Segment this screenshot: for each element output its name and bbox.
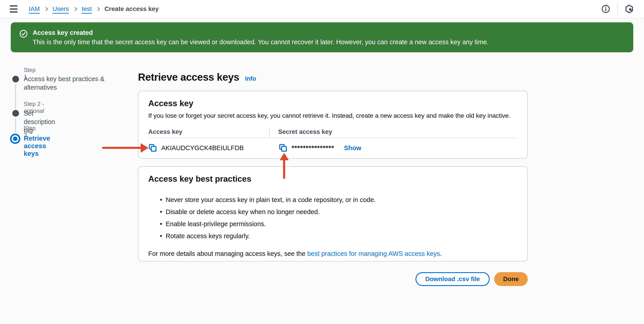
secret-key-column-header: Secret access key: [270, 127, 332, 138]
page-actions: Download .csv file Done: [138, 272, 528, 286]
step-connector: [15, 118, 16, 132]
annotation-arrowhead-right: [141, 143, 148, 153]
step1-dot-icon: [12, 76, 19, 82]
key-value-row: AKIAUDCYGCK4BEIULFDB *************** Sho…: [148, 143, 518, 152]
access-key-column-header: Access key: [148, 127, 270, 138]
breadcrumb-current: Create access key: [104, 5, 159, 12]
list-item: Enable least-privilege permissions.: [148, 219, 518, 229]
annotation-arrow-to-access-key-copy: [102, 147, 141, 149]
top-navigation-bar: IAM Users test Create access key: [0, 0, 644, 18]
list-item: Never store your access key in plain tex…: [148, 195, 518, 204]
access-key-panel-title: Access key: [148, 99, 518, 108]
best-practices-panel: Access key best practices Never store yo…: [138, 166, 528, 262]
list-item: Disable or delete access key when no lon…: [148, 207, 518, 217]
chevron-right-icon: [96, 7, 100, 11]
breadcrumb-link-iam[interactable]: IAM: [28, 5, 40, 12]
info-link[interactable]: Info: [245, 75, 256, 82]
best-practices-title: Access key best practices: [148, 174, 518, 184]
footer-text: For more details about managing access k…: [148, 250, 307, 257]
copy-access-key-icon[interactable]: [148, 143, 157, 152]
best-practices-list: Never store your access key in plain tex…: [148, 195, 518, 241]
breadcrumb: IAM Users test Create access key: [28, 5, 159, 12]
step3-title[interactable]: Retrieve access keys: [24, 134, 50, 157]
flashbar-text: Access key created This is the only time…: [33, 28, 488, 46]
menu-icon[interactable]: [10, 5, 18, 12]
breadcrumb-link-test[interactable]: test: [82, 5, 92, 12]
access-key-value: AKIAUDCYGCK4BEIULFDB: [161, 144, 244, 152]
step3-active-radio-icon: [10, 134, 20, 144]
flashbar-message: This is the only time that the secret ac…: [33, 38, 488, 46]
show-secret-link[interactable]: Show: [344, 144, 361, 152]
list-item: Rotate access keys regularly.: [148, 232, 518, 241]
done-button[interactable]: Done: [494, 272, 528, 286]
topbar-divider: [617, 3, 618, 15]
step1-title[interactable]: Access key best practices & alternatives: [24, 75, 113, 92]
access-key-panel-description: If you lose or forget your secret access…: [148, 112, 518, 119]
success-flashbar: Access key created This is the only time…: [11, 22, 633, 52]
copy-secret-key-icon[interactable]: [278, 143, 288, 152]
best-practices-link[interactable]: best practices for managing AWS access k…: [307, 250, 440, 257]
amazon-q-icon[interactable]: [624, 4, 634, 14]
breadcrumb-link-users[interactable]: Users: [52, 5, 69, 12]
page-header: Retrieve access keys Info: [138, 71, 256, 83]
chevron-right-icon: [44, 7, 48, 11]
annotation-arrowhead-up: [280, 153, 289, 160]
page-title: Retrieve access keys: [138, 71, 239, 83]
step2-dot-icon: [12, 110, 19, 117]
topbar-actions: [601, 3, 634, 15]
download-csv-button[interactable]: Download .csv file: [416, 272, 490, 286]
best-practices-footer: For more details about managing access k…: [148, 250, 518, 257]
info-icon[interactable]: [601, 4, 610, 14]
key-table-header-row: Access key Secret access key: [148, 127, 518, 138]
annotation-arrow-to-secret-copy: [283, 160, 285, 179]
flashbar-title: Access key created: [33, 28, 488, 37]
step-connector: [15, 84, 16, 109]
access-key-panel: Access key If you lose or forget your se…: [138, 91, 528, 159]
chevron-right-icon: [73, 7, 77, 11]
secret-key-masked-value: ***************: [292, 144, 334, 152]
check-circle-icon: [19, 29, 28, 46]
footer-period: .: [440, 250, 442, 257]
